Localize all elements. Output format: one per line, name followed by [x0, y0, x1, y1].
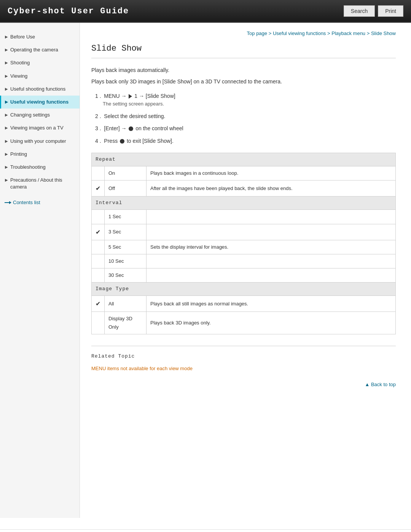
main-container: ▶ Before Use ▶ Operating the camera ▶ Sh… — [0, 23, 411, 518]
desc-10sec — [147, 254, 396, 268]
search-button[interactable]: Search — [344, 5, 375, 17]
check-cell — [92, 240, 105, 254]
page-title: Slide Show — [91, 44, 396, 58]
chevron-icon: ▶ — [5, 47, 8, 53]
sidebar-item-operating[interactable]: ▶ Operating the camera — [0, 43, 80, 56]
check-cell — [92, 254, 105, 268]
check-cell — [92, 312, 105, 334]
check-cell-checked: ✔ — [92, 224, 105, 240]
sidebar: ▶ Before Use ▶ Operating the camera ▶ Sh… — [0, 23, 80, 518]
desc-all: Plays back all still images as normal im… — [147, 296, 396, 312]
sidebar-item-printing[interactable]: ▶ Printing — [0, 148, 80, 161]
table-row: Display 3D Only Plays back 3D images onl… — [92, 312, 396, 334]
check-cell — [92, 268, 105, 282]
chevron-icon: ▶ — [5, 165, 8, 170]
desc-5sec: Sets the display interval for images. — [147, 240, 396, 254]
option-10sec: 10 Sec — [105, 254, 147, 268]
sidebar-item-troubleshooting[interactable]: ▶ Troubleshooting — [0, 161, 80, 174]
option-all: All — [105, 296, 147, 312]
chevron-icon: ▶ — [5, 73, 8, 79]
print-button[interactable]: Print — [378, 5, 403, 17]
circle-icon — [129, 126, 133, 131]
header: Cyber-shot User Guide Search Print — [0, 0, 411, 23]
breadcrumb-current: Slide Show — [371, 30, 396, 36]
option-5sec: 5 Sec — [105, 240, 147, 254]
intro-line2: Plays back only 3D images in [Slide Show… — [91, 77, 396, 86]
sidebar-item-changing-settings[interactable]: ▶ Changing settings — [0, 109, 80, 121]
breadcrumb-sep3: > — [367, 30, 371, 36]
chevron-icon: ▶ — [5, 177, 8, 183]
breadcrumb: Top page > Useful viewing functions > Pl… — [91, 30, 396, 36]
up-arrow-icon: ▲ — [365, 382, 371, 387]
table-row: 10 Sec — [92, 254, 396, 268]
contents-link-wrap: Contents list — [0, 193, 80, 205]
repeat-header: Repeat — [92, 153, 396, 166]
desc-3d-only: Plays back 3D images only. — [147, 312, 396, 334]
table-row: On Plays back images in a continuous loo… — [92, 166, 396, 181]
table-row: 5 Sec Sets the display interval for imag… — [92, 240, 396, 254]
desc-off: After all the images have been played ba… — [147, 181, 396, 197]
header-title: Cyber-shot User Guide — [8, 6, 129, 16]
breadcrumb-useful-viewing[interactable]: Useful viewing functions — [273, 30, 326, 36]
table-row: 1 Sec — [92, 210, 396, 224]
chevron-icon: ▶ — [5, 125, 8, 131]
check-cell — [92, 166, 105, 181]
breadcrumb-sep2: > — [327, 30, 331, 36]
option-off: Off — [105, 181, 147, 197]
sidebar-item-precautions[interactable]: ▶ Precautions / About this camera — [0, 174, 80, 193]
step-4: 4 . Press to exit [Slide Show]. — [95, 137, 396, 145]
table-section-interval: Interval — [92, 197, 396, 210]
sidebar-item-before-use[interactable]: ▶ Before Use — [0, 30, 80, 43]
footer: Copyright 2013 Sony Corporation — [0, 529, 411, 532]
arrow-right-icon — [5, 201, 11, 204]
step-2: 2 . Select the desired setting. — [95, 112, 396, 120]
chevron-icon: ▶ — [5, 112, 8, 118]
table-row: ✔ 3 Sec — [92, 224, 396, 240]
breadcrumb-playback-menu[interactable]: Playback menu — [331, 30, 365, 36]
chevron-icon: ▶ — [5, 34, 8, 40]
table-section-image-type: Image Type — [92, 282, 396, 296]
related-topic-title: Related Topic — [91, 352, 396, 361]
option-1sec: 1 Sec — [105, 210, 147, 224]
sidebar-item-shooting[interactable]: ▶ Shooting — [0, 56, 80, 69]
option-30sec: 30 Sec — [105, 268, 147, 282]
contents-list-link[interactable]: Contents list — [5, 200, 75, 205]
back-to-top-link[interactable]: ▲ Back to top — [365, 382, 396, 387]
step-1: 1 . MENU → 1 → [Slide Show] The setting … — [95, 92, 396, 108]
option-3sec: 3 Sec — [105, 224, 147, 240]
circle-icon — [120, 139, 124, 144]
image-type-header: Image Type — [92, 282, 396, 296]
breadcrumb-top[interactable]: Top page — [247, 30, 268, 36]
sidebar-item-viewing[interactable]: ▶ Viewing — [0, 70, 80, 83]
desc-3sec — [147, 224, 396, 240]
chevron-icon: ▶ — [5, 152, 8, 157]
header-buttons: Search Print — [344, 5, 403, 17]
table-row: ✔ Off After all the images have been pla… — [92, 181, 396, 197]
related-topic-link[interactable]: MENU items not available for each view m… — [91, 366, 193, 371]
table-row: 30 Sec — [92, 268, 396, 282]
sidebar-item-useful-shooting[interactable]: ▶ Useful shooting functions — [0, 83, 80, 96]
table-section-repeat: Repeat — [92, 153, 396, 166]
table-row: ✔ All Plays back all still images as nor… — [92, 296, 396, 312]
interval-header: Interval — [92, 197, 396, 210]
option-on: On — [105, 166, 147, 181]
sidebar-item-useful-viewing[interactable]: ▶ Useful viewing functions — [0, 96, 80, 109]
check-cell — [92, 210, 105, 224]
chevron-icon: ▶ — [5, 86, 8, 92]
intro-line1: Plays back images automatically. — [91, 66, 396, 75]
sidebar-item-viewing-tv[interactable]: ▶ Viewing images on a TV — [0, 121, 80, 134]
back-to-top-wrap: ▲ Back to top — [91, 380, 396, 389]
play-icon — [129, 94, 132, 99]
step-1-sub: The setting screen appears. — [103, 100, 396, 108]
content-body: Plays back images automatically. Plays b… — [91, 66, 396, 389]
step-3: 3 . [Enter] → on the control wheel — [95, 124, 396, 133]
settings-table: Repeat On Plays back images in a continu… — [91, 153, 396, 335]
check-cell-checked: ✔ — [92, 181, 105, 197]
desc-1sec — [147, 210, 396, 224]
content-area: Top page > Useful viewing functions > Pl… — [80, 23, 411, 518]
option-3d-only: Display 3D Only — [105, 312, 147, 334]
steps-list: 1 . MENU → 1 → [Slide Show] The setting … — [91, 92, 396, 145]
check-cell-checked: ✔ — [92, 296, 105, 312]
breadcrumb-sep1: > — [269, 30, 273, 36]
sidebar-item-using-computer[interactable]: ▶ Using with your computer — [0, 135, 80, 148]
